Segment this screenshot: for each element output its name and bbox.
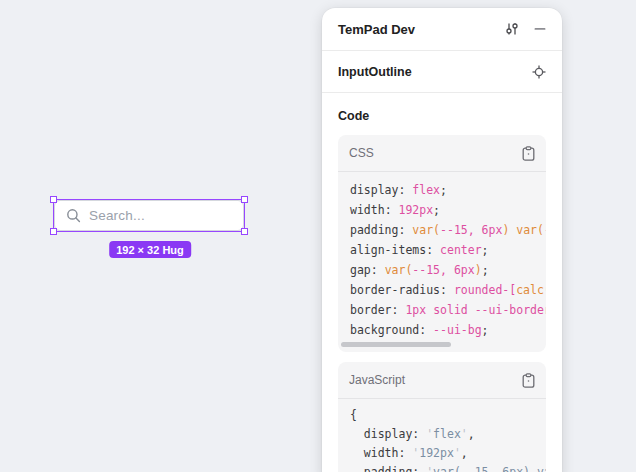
search-placeholder: Search...	[89, 208, 145, 223]
css-code: display: flex;width: 192px;padding: var(…	[338, 172, 546, 340]
selected-search-input[interactable]: Search...	[54, 200, 244, 231]
js-card-label: JavaScript	[349, 373, 405, 387]
code-section: Code CSS display: flex;width: 192px;padd…	[322, 109, 562, 472]
figma-canvas: Search... 192 × 32 Hug TemPad Dev	[0, 0, 636, 472]
code-section-label: Code	[338, 109, 546, 123]
clipboard-icon[interactable]	[522, 146, 535, 161]
selected-component-row: InputOutline	[322, 51, 562, 93]
css-card-header: CSS	[338, 135, 546, 172]
css-card-label: CSS	[349, 146, 374, 160]
css-horizontal-scrollbar[interactable]	[341, 342, 546, 347]
minimize-icon[interactable]	[534, 23, 546, 35]
css-code-card: CSS display: flex;width: 192px;padding: …	[338, 135, 546, 352]
search-input[interactable]: Search...	[54, 200, 244, 231]
sliders-icon[interactable]	[504, 21, 520, 37]
js-code-card: JavaScript { display: 'flex', width: '19…	[338, 362, 546, 472]
tempad-dev-panel: TemPad Dev InputOutline	[322, 8, 562, 472]
target-icon[interactable]	[532, 65, 546, 79]
panel-title: TemPad Dev	[338, 22, 415, 37]
magnifier-icon	[66, 208, 81, 223]
panel-header: TemPad Dev	[322, 8, 562, 51]
js-code: { display: 'flex', width: '192px', paddi…	[338, 399, 546, 472]
component-name: InputOutline	[338, 65, 412, 79]
css-scrollbar-thumb[interactable]	[341, 342, 451, 347]
js-card-header: JavaScript	[338, 362, 546, 399]
clipboard-icon[interactable]	[522, 373, 535, 388]
dimensions-badge: 192 × 32 Hug	[109, 241, 191, 258]
